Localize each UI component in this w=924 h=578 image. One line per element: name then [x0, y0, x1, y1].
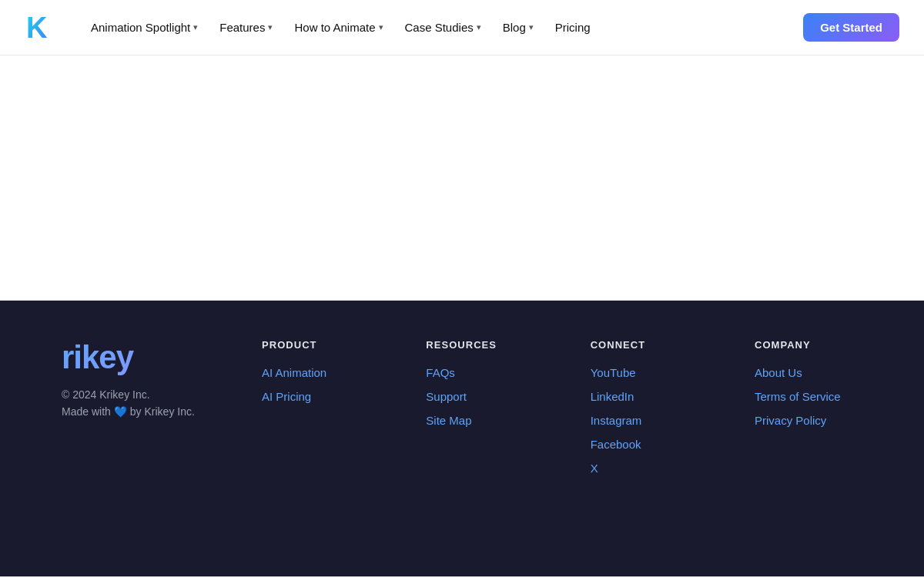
footer-link-youtube[interactable]: YouTube	[591, 366, 698, 379]
footer-inner: rikey © 2024 Krikey Inc. Made with 💙 by …	[62, 339, 862, 486]
footer-link-ai-animation[interactable]: AI Animation	[262, 366, 370, 379]
footer: rikey © 2024 Krikey Inc. Made with 💙 by …	[0, 301, 924, 576]
nav-item-pricing[interactable]: Pricing	[546, 15, 600, 40]
nav-item-how-to-animate[interactable]: How to Animate ▾	[285, 15, 392, 40]
footer-link-support[interactable]: Support	[426, 390, 534, 403]
nav-label-blog: Blog	[503, 21, 526, 34]
footer-col-resources: RESOURCES FAQs Support Site Map	[426, 339, 534, 486]
svg-text:K: K	[26, 12, 48, 44]
footer-logo-text: rikey	[62, 339, 262, 376]
nav-label-how-to-animate: How to Animate	[294, 21, 375, 34]
logo-icon: K	[25, 12, 57, 44]
get-started-button[interactable]: Get Started	[803, 13, 899, 42]
nav-item-blog[interactable]: Blog ▾	[494, 15, 543, 40]
logo[interactable]: K	[25, 12, 57, 44]
nav-label-animation-spotlight: Animation Spotlight	[91, 21, 190, 34]
footer-link-facebook[interactable]: Facebook	[591, 438, 698, 451]
chevron-down-icon: ▾	[268, 22, 273, 32]
footer-col-product: PRODUCT AI Animation AI Pricing	[262, 339, 370, 486]
footer-col-company: COMPANY About Us Terms of Service Privac…	[755, 339, 862, 486]
nav-label-features: Features	[219, 21, 265, 34]
footer-link-terms-of-service[interactable]: Terms of Service	[755, 390, 862, 403]
footer-link-instagram[interactable]: Instagram	[591, 414, 698, 427]
footer-link-privacy-policy[interactable]: Privacy Policy	[755, 414, 862, 427]
footer-brand: rikey © 2024 Krikey Inc. Made with 💙 by …	[62, 339, 262, 418]
nav-label-case-studies: Case Studies	[405, 21, 474, 34]
chevron-down-icon: ▾	[379, 22, 383, 32]
footer-made-with: Made with 💙 by Krikey Inc.	[62, 405, 262, 418]
footer-copyright: © 2024 Krikey Inc.	[62, 388, 262, 401]
footer-link-about-us[interactable]: About Us	[755, 366, 862, 379]
footer-col-title-product: PRODUCT	[262, 339, 370, 351]
footer-col-connect: CONNECT YouTube LinkedIn Instagram Faceb…	[591, 339, 698, 486]
main-content	[0, 55, 924, 301]
chevron-down-icon: ▾	[477, 22, 481, 32]
heart-icon: 💙	[114, 405, 127, 418]
nav-item-features[interactable]: Features ▾	[210, 15, 282, 40]
chevron-down-icon: ▾	[529, 22, 534, 32]
footer-link-site-map[interactable]: Site Map	[426, 414, 534, 427]
footer-link-ai-pricing[interactable]: AI Pricing	[262, 390, 370, 403]
made-with-suffix: by Krikey Inc.	[130, 405, 195, 418]
nav-item-animation-spotlight[interactable]: Animation Spotlight ▾	[82, 15, 207, 40]
footer-link-faqs[interactable]: FAQs	[426, 366, 534, 379]
footer-link-linkedin[interactable]: LinkedIn	[591, 390, 698, 403]
nav-item-case-studies[interactable]: Case Studies ▾	[396, 15, 490, 40]
navbar: K Animation Spotlight ▾ Features ▾ How t…	[0, 0, 924, 55]
nav-actions: Get Started	[803, 13, 899, 42]
chevron-down-icon: ▾	[193, 22, 198, 32]
footer-columns: PRODUCT AI Animation AI Pricing RESOURCE…	[262, 339, 862, 486]
footer-link-x[interactable]: X	[591, 462, 698, 475]
footer-col-title-connect: CONNECT	[591, 339, 698, 351]
footer-col-title-company: COMPANY	[755, 339, 862, 351]
made-with-prefix: Made with	[62, 405, 111, 418]
nav-label-pricing: Pricing	[555, 21, 591, 34]
nav-items: Animation Spotlight ▾ Features ▾ How to …	[82, 15, 803, 40]
footer-col-title-resources: RESOURCES	[426, 339, 534, 351]
